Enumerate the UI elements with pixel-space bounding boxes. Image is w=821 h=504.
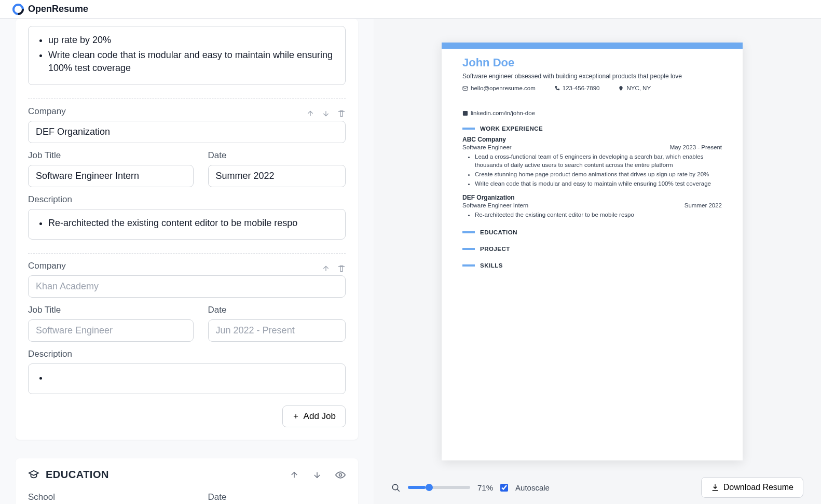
- r-bullet: Create stunning home page product demo a…: [475, 170, 722, 178]
- jobtitle-label: Job Title: [28, 305, 194, 315]
- contact-email: hello@openresume.com: [471, 85, 536, 91]
- move-down-icon[interactable]: [322, 109, 330, 118]
- resume-summary: Software engineer obsessed with building…: [462, 73, 722, 80]
- trash-icon[interactable]: [337, 109, 346, 118]
- r-date: Summer 2022: [685, 202, 722, 208]
- move-down-icon[interactable]: [312, 469, 322, 480]
- r-bullet: Re-architected the existing content edit…: [475, 211, 722, 219]
- add-job-button[interactable]: Add Job: [282, 405, 346, 427]
- divider: [28, 99, 346, 99]
- r-company: ABC Company: [462, 136, 722, 143]
- jobtitle-input[interactable]: [28, 165, 194, 187]
- contact-location: NYC, NY: [626, 85, 651, 91]
- description-label: Description: [28, 349, 346, 359]
- resume-education-section: EDUCATION: [462, 229, 722, 235]
- work-section-title: WORK EXPERIENCE: [480, 125, 543, 132]
- date-input[interactable]: [208, 165, 346, 187]
- phone-icon: [554, 86, 560, 91]
- r-title: Software Engineer: [462, 144, 512, 150]
- pin-icon: [618, 86, 624, 91]
- zoom-icon[interactable]: [391, 482, 401, 492]
- contact-row: hello@openresume.com 123-456-7890 NYC, N…: [462, 85, 722, 116]
- job1-description[interactable]: Re-architected the existing content edit…: [28, 209, 346, 240]
- download-label: Download Resume: [723, 483, 793, 492]
- resume-work-section: WORK EXPERIENCE ABC Company Software Eng…: [462, 125, 722, 219]
- skills-section-title: SKILLS: [480, 262, 503, 269]
- job2-bullet: [48, 371, 336, 384]
- section-bar: [462, 231, 475, 233]
- zoom-percent: 71%: [477, 483, 493, 492]
- education-heading: EDUCATION: [46, 469, 109, 481]
- education-card: EDUCATION School Date: [16, 458, 358, 504]
- add-job-label: Add Job: [304, 411, 336, 422]
- school-label: School: [28, 492, 194, 502]
- resume-banner: [442, 43, 743, 49]
- education-section-title: EDUCATION: [480, 229, 517, 235]
- job0-bullet: Write clean code that is modular and eas…: [48, 49, 336, 75]
- logo-icon: [10, 1, 26, 17]
- move-up-icon[interactable]: [290, 469, 299, 480]
- resume-project-section: PROJECT: [462, 246, 722, 252]
- trash-icon[interactable]: [337, 263, 346, 273]
- download-button[interactable]: Download Resume: [701, 477, 803, 498]
- company-input[interactable]: [28, 121, 346, 143]
- date-label: Date: [208, 305, 346, 315]
- preview-pane: John Doe Software engineer obsessed with…: [374, 19, 821, 504]
- slider-fill: [408, 486, 426, 489]
- date-input[interactable]: [208, 319, 346, 342]
- resume-skills-section: SKILLS: [462, 262, 722, 269]
- job0-description[interactable]: up rate by 20% Write clean code that is …: [28, 26, 346, 85]
- graduation-cap-icon: [28, 469, 39, 480]
- logo-text: OpenResume: [28, 4, 88, 15]
- resume-preview: John Doe Software engineer obsessed with…: [442, 43, 743, 460]
- autoscale-label: Autoscale: [515, 483, 550, 492]
- section-bar: [462, 248, 475, 250]
- project-section-title: PROJECT: [480, 246, 510, 252]
- slider-thumb[interactable]: [426, 484, 433, 491]
- autoscale-checkbox[interactable]: [500, 484, 508, 492]
- r-date: May 2023 - Present: [670, 144, 722, 150]
- job1-bullet: Re-architected the existing content edit…: [48, 217, 336, 230]
- r-bullet: Write clean code that is modular and eas…: [475, 179, 722, 188]
- description-label: Description: [28, 194, 346, 205]
- plus-icon: [292, 413, 299, 420]
- preview-toolbar: 71% Autoscale Download Resume: [374, 471, 821, 504]
- form-pane[interactable]: up rate by 20% Write clean code that is …: [0, 19, 374, 504]
- date-label: Date: [208, 492, 346, 502]
- jobtitle-label: Job Title: [28, 150, 194, 161]
- divider: [28, 253, 346, 254]
- company-input[interactable]: [28, 275, 346, 298]
- work-card: up rate by 20% Write clean code that is …: [16, 19, 358, 440]
- date-label: Date: [208, 150, 346, 161]
- r-company: DEF Organization: [462, 194, 722, 201]
- section-bar: [462, 264, 475, 267]
- jobtitle-input[interactable]: [28, 319, 194, 342]
- company-label: Company: [28, 106, 66, 117]
- linkedin-icon: [462, 110, 468, 116]
- svg-rect-2: [463, 110, 468, 115]
- svg-point-3: [392, 484, 398, 490]
- move-up-icon[interactable]: [306, 109, 314, 118]
- mail-icon: [462, 86, 468, 91]
- download-icon: [711, 483, 719, 492]
- r-bullet: Lead a cross-functional team of 5 engine…: [475, 152, 722, 169]
- section-bar: [462, 128, 475, 130]
- job2-description[interactable]: [28, 363, 346, 394]
- svg-point-0: [339, 474, 342, 477]
- app-header: OpenResume: [0, 0, 821, 19]
- contact-phone: 123-456-7890: [563, 85, 600, 91]
- company-label: Company: [28, 261, 66, 271]
- zoom-slider[interactable]: [408, 486, 470, 489]
- resume-name: John Doe: [462, 56, 722, 69]
- contact-linkedin: linkedin.com/in/john-doe: [471, 110, 535, 116]
- job0-bullet: up rate by 20%: [48, 34, 336, 47]
- r-title: Software Engineer Intern: [462, 202, 528, 208]
- move-up-icon[interactable]: [322, 263, 330, 273]
- eye-icon[interactable]: [335, 469, 346, 480]
